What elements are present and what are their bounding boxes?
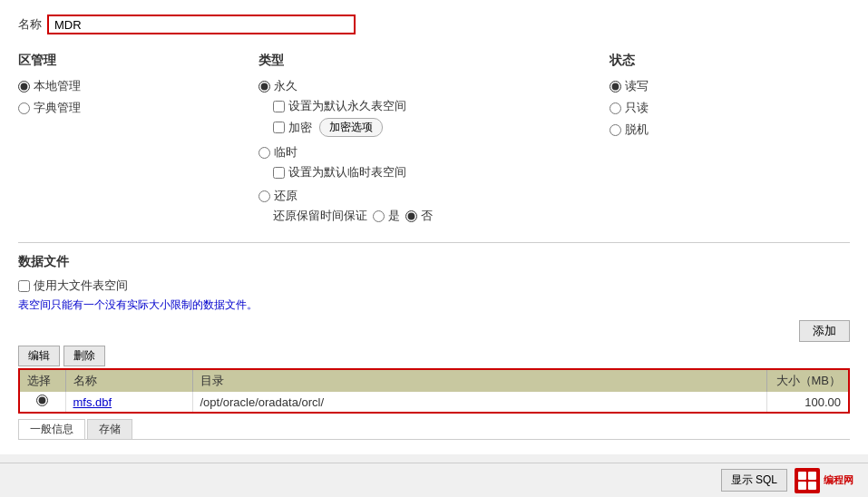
type-permanent-group: 永久 设置为默认永久表空间 加密 加密选项	[258, 78, 591, 137]
row-dir-cell: /opt/oracle/oradata/orcl/	[192, 392, 766, 412]
bigfile-row: 使用大文件表空间	[18, 278, 850, 294]
status-section: 状态 读写 只读 脱机	[610, 53, 850, 224]
bigfile-checkbox[interactable]	[18, 280, 30, 292]
management-dict-label: 字典管理	[34, 100, 81, 116]
restore-yes[interactable]: 是	[373, 208, 400, 224]
name-row: 名称	[18, 15, 850, 34]
bottom-tabs: 一般信息 存储	[18, 419, 850, 440]
management-local-label: 本地管理	[34, 78, 81, 94]
svg-rect-0	[798, 472, 806, 480]
row-select-radio[interactable]	[36, 395, 48, 406]
restore-yes-radio[interactable]	[373, 210, 385, 222]
type-default-temp[interactable]: 设置为默认临时表空间	[273, 164, 591, 180]
encrypt-options-button[interactable]: 加密选项	[319, 118, 383, 137]
status-title: 状态	[610, 53, 832, 69]
show-sql-button[interactable]: 显示 SQL	[721, 469, 787, 492]
brand-label: 编程网	[824, 473, 853, 487]
restore-guarantee-label: 还原保留时间保证	[273, 208, 367, 224]
type-title: 类型	[258, 53, 591, 69]
type-temp[interactable]: 临时	[258, 144, 591, 161]
file-table-wrapper: 选择 名称 目录 大小（MB） mfs.dbf /opt/or	[18, 368, 850, 414]
type-default-temp-checkbox[interactable]	[273, 167, 285, 179]
name-label: 名称	[18, 16, 42, 33]
tab-general-info[interactable]: 一般信息	[18, 419, 85, 439]
table-toolbar: 编辑 删除	[18, 346, 850, 366]
table-row: mfs.dbf /opt/oracle/oradata/orcl/ 100.00	[20, 392, 848, 412]
management-radio-group: 本地管理 字典管理	[18, 78, 240, 116]
file-table-header-row: 选择 名称 目录 大小（MB）	[20, 370, 848, 392]
restore-no[interactable]: 否	[405, 208, 433, 224]
row-select-cell[interactable]	[20, 392, 65, 412]
edit-button[interactable]: 编辑	[18, 346, 60, 366]
add-btn-row: 添加	[18, 320, 850, 342]
type-permanent-label: 永久	[274, 78, 297, 94]
col-select-header: 选择	[20, 370, 65, 392]
type-temp-label: 临时	[274, 144, 297, 161]
three-col-section: 区管理 本地管理 字典管理 类型 永久	[18, 53, 850, 224]
brand-svg	[796, 470, 818, 492]
type-temp-radio[interactable]	[258, 147, 270, 159]
type-default-permanent[interactable]: 设置为默认永久表空间	[273, 98, 591, 114]
divider	[18, 242, 850, 243]
footer-bar: 显示 SQL 编程网	[0, 463, 868, 497]
status-radio-group: 读写 只读 脱机	[610, 78, 832, 138]
status-offline-radio[interactable]	[610, 124, 621, 136]
management-section: 区管理 本地管理 字典管理	[18, 53, 258, 224]
name-input[interactable]	[47, 15, 356, 34]
type-restore[interactable]: 还原	[258, 188, 591, 204]
type-encrypt-label: 加密	[288, 120, 312, 136]
management-local[interactable]: 本地管理	[18, 78, 240, 94]
type-default-temp-label: 设置为默认临时表空间	[288, 164, 406, 180]
restore-yes-label: 是	[388, 208, 400, 224]
restore-no-label: 否	[421, 208, 433, 224]
restore-no-radio[interactable]	[405, 210, 417, 222]
status-readwrite[interactable]: 读写	[610, 78, 832, 94]
bigfile-label-text: 使用大文件表空间	[34, 278, 128, 294]
restore-guarantee-row: 还原保留时间保证 是 否	[273, 208, 591, 224]
add-button[interactable]: 添加	[799, 320, 850, 342]
bigfile-note: 表空间只能有一个没有实际大小限制的数据文件。	[18, 297, 850, 313]
data-files-section: 数据文件 使用大文件表空间 表空间只能有一个没有实际大小限制的数据文件。 添加 …	[18, 254, 850, 440]
type-restore-radio[interactable]	[258, 190, 270, 202]
status-readonly-label: 只读	[625, 100, 649, 116]
type-permanent-radio[interactable]	[258, 81, 270, 93]
svg-rect-3	[808, 482, 816, 490]
status-readwrite-label: 读写	[625, 78, 649, 94]
delete-button[interactable]: 删除	[63, 346, 105, 366]
col-name-header: 名称	[65, 370, 192, 392]
row-name-cell: mfs.dbf	[65, 392, 192, 412]
col-dir-header: 目录	[192, 370, 766, 392]
bigfile-label[interactable]: 使用大文件表空间	[18, 278, 128, 294]
status-offline[interactable]: 脱机	[610, 122, 832, 138]
file-table: 选择 名称 目录 大小（MB） mfs.dbf /opt/or	[20, 370, 848, 412]
type-default-permanent-label: 设置为默认永久表空间	[288, 98, 406, 114]
svg-rect-2	[798, 482, 806, 490]
svg-rect-1	[808, 472, 816, 480]
data-files-title: 数据文件	[18, 254, 850, 270]
row-size-cell: 100.00	[766, 392, 848, 412]
brand-icon	[795, 468, 820, 493]
status-readonly-radio[interactable]	[610, 102, 621, 114]
brand-logo: 编程网	[795, 468, 853, 493]
type-options: 永久 设置为默认永久表空间 加密 加密选项	[258, 78, 591, 224]
management-dict[interactable]: 字典管理	[18, 100, 240, 116]
type-permanent[interactable]: 永久	[258, 78, 591, 94]
status-readwrite-radio[interactable]	[610, 81, 621, 93]
status-readonly[interactable]: 只读	[610, 100, 832, 116]
management-dict-radio[interactable]	[18, 102, 30, 114]
type-restore-group: 还原 还原保留时间保证 是 否	[258, 188, 591, 224]
type-default-permanent-checkbox[interactable]	[273, 101, 285, 112]
file-name-link[interactable]: mfs.dbf	[73, 395, 112, 409]
type-encrypt[interactable]: 加密 加密选项	[273, 118, 591, 137]
col-size-header: 大小（MB）	[766, 370, 848, 392]
management-local-radio[interactable]	[18, 81, 30, 93]
type-section: 类型 永久 设置为默认永久表空间 加密 加密选项	[258, 53, 610, 224]
status-offline-label: 脱机	[625, 122, 649, 138]
type-temp-group: 临时 设置为默认临时表空间	[258, 144, 591, 180]
type-encrypt-checkbox[interactable]	[273, 122, 285, 133]
management-title: 区管理	[18, 53, 240, 69]
type-restore-label: 还原	[274, 188, 297, 204]
tab-storage[interactable]: 存储	[87, 419, 132, 439]
